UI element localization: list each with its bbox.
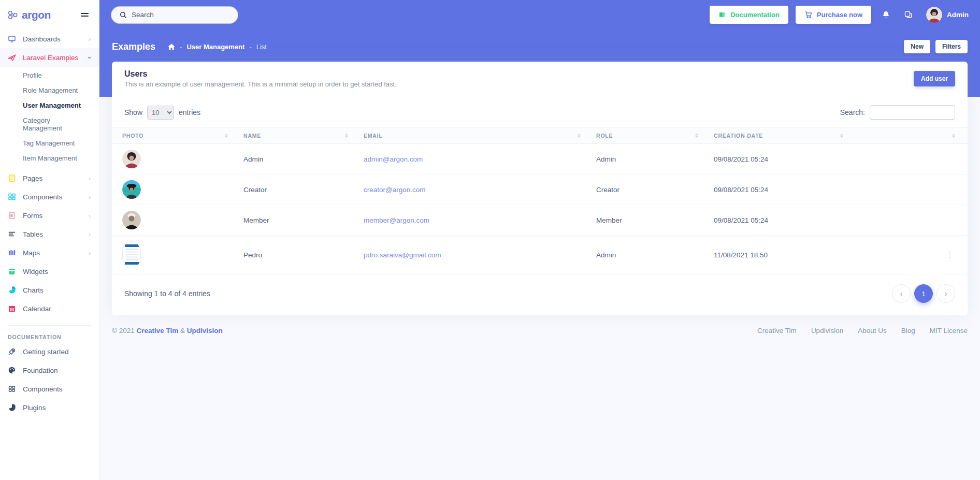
sidebar-header: argon [0,0,99,30]
cell-creation-date: 09/08/2021 05:24 [703,205,848,236]
main-area: Documentation Purchase now [99,0,980,480]
sidebar-item-label: Pages [23,174,82,182]
cell-role: Member [586,205,703,236]
table-header-row: PHOTO NAME EMAIL ROLE CREATION DATE [112,128,968,144]
breadcrumb-separator: - [180,43,182,51]
column-header-name[interactable]: NAME [233,128,353,144]
new-button[interactable]: New [904,40,930,53]
home-icon[interactable] [168,43,175,50]
sidebar-item-label: Laravel Examples [23,54,82,62]
sidebar-item-maps[interactable]: Maps › [0,243,99,262]
copy-icon[interactable] [901,10,916,19]
page-title: Examples [112,41,155,52]
email-link[interactable]: creator@argon.com [364,186,426,194]
table-search-input[interactable] [870,105,955,120]
pagination-page-1[interactable]: 1 [914,284,933,303]
sidebar-item-widgets[interactable]: Widgets [0,262,99,281]
submenu-item-tag-management[interactable]: Tag Management [0,136,99,151]
footer-link-creative-tim[interactable]: Creative Tim [757,327,797,334]
showing-entries-text: Showing 1 to 4 of 4 entries [124,289,210,298]
email-link[interactable]: admin@argon.com [364,155,423,163]
brand-name: argon [22,9,51,21]
footer-link-blog[interactable]: Blog [901,327,915,334]
chevron-down-icon: › [86,56,93,59]
sidebar-item-charts[interactable]: Charts [0,281,99,299]
spaceship-icon [8,53,16,62]
sidebar-item-dashboards[interactable]: Dashboards › [0,30,99,48]
card-footer: Showing 1 to 4 of 4 entries ‹ 1 › [112,274,968,315]
submenu-item-role-management[interactable]: Role Management [0,83,99,98]
chevron-right-icon: › [89,250,91,256]
sidebar-item-laravel-examples[interactable]: Laravel Examples › [0,48,99,67]
sort-icon[interactable] [695,134,698,138]
sidebar-item-tables[interactable]: Tables › [0,225,99,243]
footer-link-updivision[interactable]: Updivision [811,327,843,334]
user-menu[interactable]: Admin [926,7,969,23]
sidebar-item-label: Dashboards [23,35,82,43]
sidebar-toggle-icon[interactable] [79,11,91,19]
sidebar-item-plugins[interactable]: Plugins [0,398,99,417]
sidebar-item-doc-components[interactable]: Components [0,380,99,398]
users-table: PHOTO NAME EMAIL ROLE CREATION DATE [112,127,968,274]
submenu-item-profile[interactable]: Profile [0,68,99,83]
sort-icon[interactable] [952,134,955,138]
argon-logo-icon [7,9,19,21]
column-header-role[interactable]: ROLE [586,128,703,144]
page-size-select[interactable]: 10 [147,106,174,120]
sidebar-item-components[interactable]: Components › [0,187,99,206]
filters-button[interactable]: Filters [935,40,968,53]
avatar-screenshot [122,241,141,268]
kebab-menu-icon[interactable]: ⋮ [848,236,968,274]
footer-link-about-us[interactable]: About Us [858,327,887,334]
search-input[interactable] [132,11,229,19]
submenu-item-user-management[interactable]: User Management [0,98,99,113]
brand[interactable]: argon [7,9,51,21]
cell-name: Admin [233,144,353,174]
grid-icon [8,193,16,201]
pie-dark-icon [8,403,16,412]
purchase-now-button[interactable]: Purchase now [796,6,871,24]
sidebar-item-label: Forms [23,212,82,220]
breadcrumb-separator: - [249,43,251,51]
laravel-examples-submenu: Profile Role Management User Management … [0,67,99,169]
avatar [926,7,942,23]
card-subtitle: This is an example of user management. T… [124,80,397,88]
pagination-next-button[interactable]: › [936,284,955,303]
cell-creation-date: 09/08/2021 05:24 [703,144,848,174]
sidebar-item-label: Foundation [23,367,91,374]
top-navbar: Documentation Purchase now [99,0,980,30]
sidebar-item-foundation[interactable]: Foundation [0,361,99,380]
clipboard-icon [8,211,16,220]
column-header-photo[interactable]: PHOTO [112,128,233,144]
sort-icon[interactable] [840,134,843,138]
documentation-button[interactable]: Documentation [710,6,788,24]
sort-icon[interactable] [345,134,348,138]
sidebar-item-pages[interactable]: Pages › [0,169,99,187]
sidebar: argon Dashboards › Laravel Example [0,0,99,480]
sidebar-item-label: Components [23,193,82,201]
footer-link-mit-license[interactable]: MIT License [930,327,968,334]
add-user-button[interactable]: Add user [914,71,955,86]
submenu-item-category-management[interactable]: Category Management [0,113,99,136]
sort-icon[interactable] [225,134,228,138]
sort-icon[interactable] [578,134,581,138]
table-controls: Show 10 entries Search: [112,95,968,127]
email-link[interactable]: pdro.saraiva@gmail.com [364,251,441,259]
navbar-search[interactable] [111,6,238,24]
breadcrumb-link-user-management[interactable]: User Management [186,43,244,51]
column-header-email[interactable]: EMAIL [353,128,586,144]
submenu-item-item-management[interactable]: Item Management [0,151,99,166]
sidebar-item-getting-started[interactable]: Getting started [0,342,99,361]
column-header-creation-date[interactable]: CREATION DATE [703,128,848,144]
updivision-link[interactable]: Updivision [187,327,223,334]
column-header-actions[interactable] [848,128,968,144]
creative-tim-link[interactable]: Creative Tim [137,327,179,334]
email-link[interactable]: member@argon.com [364,216,429,224]
sidebar-item-forms[interactable]: Forms › [0,206,99,225]
chevron-right-icon: › [89,36,91,42]
pagination-prev-button[interactable]: ‹ [892,284,911,303]
sidebar-item-label: Charts [23,286,91,294]
sidebar-item-calendar[interactable]: Calendar [0,299,99,318]
bell-icon[interactable] [878,10,893,19]
table-row: Admin admin@argon.com Admin 09/08/2021 0… [112,144,968,174]
